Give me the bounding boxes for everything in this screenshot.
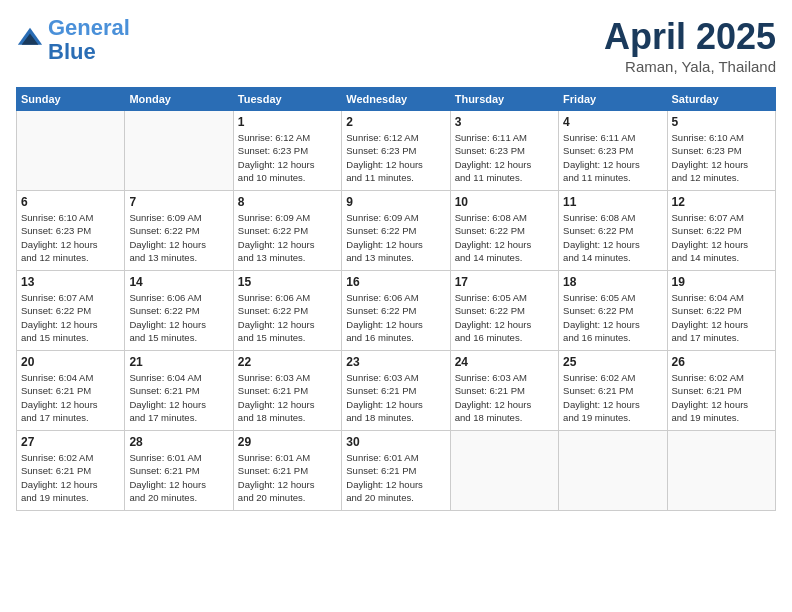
day-info: Sunrise: 6:07 AM Sunset: 6:22 PM Dayligh…: [672, 211, 771, 264]
day-number: 27: [21, 435, 120, 449]
calendar-table: SundayMondayTuesdayWednesdayThursdayFrid…: [16, 87, 776, 511]
calendar-cell: [17, 111, 125, 191]
day-number: 25: [563, 355, 662, 369]
calendar-cell: 24Sunrise: 6:03 AM Sunset: 6:21 PM Dayli…: [450, 351, 558, 431]
day-info: Sunrise: 6:01 AM Sunset: 6:21 PM Dayligh…: [129, 451, 228, 504]
calendar-cell: 14Sunrise: 6:06 AM Sunset: 6:22 PM Dayli…: [125, 271, 233, 351]
calendar-cell: 9Sunrise: 6:09 AM Sunset: 6:22 PM Daylig…: [342, 191, 450, 271]
weekday-header: Sunday: [17, 88, 125, 111]
day-info: Sunrise: 6:03 AM Sunset: 6:21 PM Dayligh…: [455, 371, 554, 424]
day-number: 16: [346, 275, 445, 289]
day-number: 18: [563, 275, 662, 289]
location-subtitle: Raman, Yala, Thailand: [604, 58, 776, 75]
calendar-week-row: 6Sunrise: 6:10 AM Sunset: 6:23 PM Daylig…: [17, 191, 776, 271]
day-number: 1: [238, 115, 337, 129]
day-info: Sunrise: 6:01 AM Sunset: 6:21 PM Dayligh…: [238, 451, 337, 504]
calendar-cell: 5Sunrise: 6:10 AM Sunset: 6:23 PM Daylig…: [667, 111, 775, 191]
weekday-header: Thursday: [450, 88, 558, 111]
day-info: Sunrise: 6:04 AM Sunset: 6:21 PM Dayligh…: [21, 371, 120, 424]
weekday-header: Saturday: [667, 88, 775, 111]
calendar-cell: 12Sunrise: 6:07 AM Sunset: 6:22 PM Dayli…: [667, 191, 775, 271]
calendar-week-row: 1Sunrise: 6:12 AM Sunset: 6:23 PM Daylig…: [17, 111, 776, 191]
calendar-cell: 8Sunrise: 6:09 AM Sunset: 6:22 PM Daylig…: [233, 191, 341, 271]
day-info: Sunrise: 6:01 AM Sunset: 6:21 PM Dayligh…: [346, 451, 445, 504]
day-number: 29: [238, 435, 337, 449]
day-number: 4: [563, 115, 662, 129]
day-number: 6: [21, 195, 120, 209]
day-info: Sunrise: 6:06 AM Sunset: 6:22 PM Dayligh…: [346, 291, 445, 344]
day-info: Sunrise: 6:08 AM Sunset: 6:22 PM Dayligh…: [455, 211, 554, 264]
calendar-cell: 29Sunrise: 6:01 AM Sunset: 6:21 PM Dayli…: [233, 431, 341, 511]
calendar-cell: 17Sunrise: 6:05 AM Sunset: 6:22 PM Dayli…: [450, 271, 558, 351]
calendar-cell: 7Sunrise: 6:09 AM Sunset: 6:22 PM Daylig…: [125, 191, 233, 271]
weekday-header: Wednesday: [342, 88, 450, 111]
calendar-cell: 22Sunrise: 6:03 AM Sunset: 6:21 PM Dayli…: [233, 351, 341, 431]
day-number: 17: [455, 275, 554, 289]
day-number: 9: [346, 195, 445, 209]
calendar-header-row: SundayMondayTuesdayWednesdayThursdayFrid…: [17, 88, 776, 111]
page-header: General Blue April 2025 Raman, Yala, Tha…: [16, 16, 776, 75]
day-info: Sunrise: 6:10 AM Sunset: 6:23 PM Dayligh…: [21, 211, 120, 264]
calendar-cell: 16Sunrise: 6:06 AM Sunset: 6:22 PM Dayli…: [342, 271, 450, 351]
day-number: 8: [238, 195, 337, 209]
day-number: 26: [672, 355, 771, 369]
day-number: 20: [21, 355, 120, 369]
day-number: 24: [455, 355, 554, 369]
calendar-cell: [559, 431, 667, 511]
calendar-cell: [125, 111, 233, 191]
day-number: 5: [672, 115, 771, 129]
day-info: Sunrise: 6:03 AM Sunset: 6:21 PM Dayligh…: [346, 371, 445, 424]
day-number: 7: [129, 195, 228, 209]
day-number: 30: [346, 435, 445, 449]
day-number: 14: [129, 275, 228, 289]
weekday-header: Tuesday: [233, 88, 341, 111]
day-info: Sunrise: 6:12 AM Sunset: 6:23 PM Dayligh…: [238, 131, 337, 184]
month-title: April 2025: [604, 16, 776, 58]
day-number: 2: [346, 115, 445, 129]
calendar-week-row: 27Sunrise: 6:02 AM Sunset: 6:21 PM Dayli…: [17, 431, 776, 511]
calendar-week-row: 13Sunrise: 6:07 AM Sunset: 6:22 PM Dayli…: [17, 271, 776, 351]
day-info: Sunrise: 6:05 AM Sunset: 6:22 PM Dayligh…: [563, 291, 662, 344]
calendar-cell: 30Sunrise: 6:01 AM Sunset: 6:21 PM Dayli…: [342, 431, 450, 511]
day-info: Sunrise: 6:10 AM Sunset: 6:23 PM Dayligh…: [672, 131, 771, 184]
day-info: Sunrise: 6:02 AM Sunset: 6:21 PM Dayligh…: [21, 451, 120, 504]
calendar-cell: 21Sunrise: 6:04 AM Sunset: 6:21 PM Dayli…: [125, 351, 233, 431]
calendar-cell: [450, 431, 558, 511]
calendar-cell: 20Sunrise: 6:04 AM Sunset: 6:21 PM Dayli…: [17, 351, 125, 431]
calendar-cell: 28Sunrise: 6:01 AM Sunset: 6:21 PM Dayli…: [125, 431, 233, 511]
day-number: 22: [238, 355, 337, 369]
day-info: Sunrise: 6:08 AM Sunset: 6:22 PM Dayligh…: [563, 211, 662, 264]
day-number: 10: [455, 195, 554, 209]
calendar-cell: 1Sunrise: 6:12 AM Sunset: 6:23 PM Daylig…: [233, 111, 341, 191]
calendar-cell: 3Sunrise: 6:11 AM Sunset: 6:23 PM Daylig…: [450, 111, 558, 191]
calendar-cell: 2Sunrise: 6:12 AM Sunset: 6:23 PM Daylig…: [342, 111, 450, 191]
day-info: Sunrise: 6:09 AM Sunset: 6:22 PM Dayligh…: [346, 211, 445, 264]
day-info: Sunrise: 6:06 AM Sunset: 6:22 PM Dayligh…: [238, 291, 337, 344]
logo-text: General Blue: [48, 16, 130, 64]
calendar-cell: 6Sunrise: 6:10 AM Sunset: 6:23 PM Daylig…: [17, 191, 125, 271]
day-number: 19: [672, 275, 771, 289]
weekday-header: Friday: [559, 88, 667, 111]
calendar-cell: 4Sunrise: 6:11 AM Sunset: 6:23 PM Daylig…: [559, 111, 667, 191]
day-number: 28: [129, 435, 228, 449]
calendar-cell: 11Sunrise: 6:08 AM Sunset: 6:22 PM Dayli…: [559, 191, 667, 271]
weekday-header: Monday: [125, 88, 233, 111]
day-number: 21: [129, 355, 228, 369]
day-number: 3: [455, 115, 554, 129]
title-block: April 2025 Raman, Yala, Thailand: [604, 16, 776, 75]
day-info: Sunrise: 6:11 AM Sunset: 6:23 PM Dayligh…: [563, 131, 662, 184]
day-info: Sunrise: 6:09 AM Sunset: 6:22 PM Dayligh…: [238, 211, 337, 264]
logo-icon: [16, 26, 44, 54]
calendar-cell: [667, 431, 775, 511]
day-info: Sunrise: 6:03 AM Sunset: 6:21 PM Dayligh…: [238, 371, 337, 424]
calendar-cell: 27Sunrise: 6:02 AM Sunset: 6:21 PM Dayli…: [17, 431, 125, 511]
day-info: Sunrise: 6:04 AM Sunset: 6:22 PM Dayligh…: [672, 291, 771, 344]
day-number: 11: [563, 195, 662, 209]
day-info: Sunrise: 6:02 AM Sunset: 6:21 PM Dayligh…: [563, 371, 662, 424]
calendar-cell: 23Sunrise: 6:03 AM Sunset: 6:21 PM Dayli…: [342, 351, 450, 431]
day-info: Sunrise: 6:12 AM Sunset: 6:23 PM Dayligh…: [346, 131, 445, 184]
day-info: Sunrise: 6:02 AM Sunset: 6:21 PM Dayligh…: [672, 371, 771, 424]
day-info: Sunrise: 6:07 AM Sunset: 6:22 PM Dayligh…: [21, 291, 120, 344]
logo: General Blue: [16, 16, 130, 64]
day-number: 23: [346, 355, 445, 369]
